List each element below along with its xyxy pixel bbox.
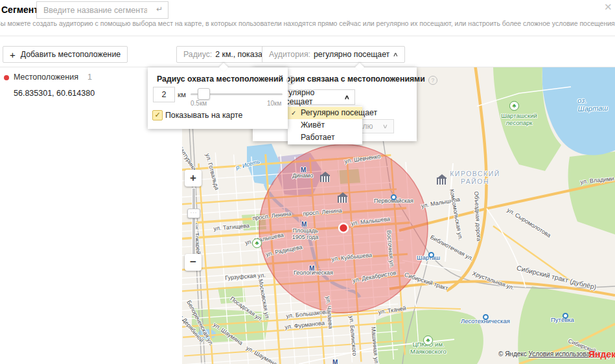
map-label: ул. Ткачей: [378, 305, 406, 315]
station-dot-icon: [428, 252, 434, 258]
audience-dropdown-button[interactable]: Аудитория: регулярно посещает ∧: [262, 46, 405, 63]
map-label: Посадская ул.: [229, 295, 264, 323]
menu-item-label: Работает: [301, 133, 335, 142]
landmark-icon: [338, 196, 347, 203]
popup-caret: [219, 63, 228, 72]
radius-slider-handle[interactable]: [198, 88, 210, 100]
menu-item[interactable]: ✓Регулярно посещает: [288, 107, 362, 119]
map-label: ул. Большакова: [286, 308, 329, 319]
map-label: ул. Шаумяна: [245, 345, 278, 364]
map-label: Объездная дорога: [473, 191, 482, 242]
audience-options-menu: ✓Регулярно посещаетЖивётРаботает: [288, 106, 362, 144]
map-label: Сибирский тракт (дублёр): [516, 264, 598, 291]
radius-unit-label: км: [178, 91, 186, 98]
yandex-logo: Яндекс: [588, 349, 615, 359]
map-label: ул. Радищева: [265, 244, 303, 258]
map-label: ул. Готвальда: [204, 153, 220, 190]
map-label: ул. Декабристов: [352, 269, 397, 284]
info-icon[interactable]: ?: [428, 76, 437, 85]
map-label: ул. Шевченко: [344, 153, 381, 165]
menu-item[interactable]: Живёт: [288, 119, 362, 131]
metro-icon: М: [301, 166, 306, 174]
metro-icon: М: [332, 359, 338, 364]
show-on-map-checkbox[interactable]: ✓: [152, 110, 163, 120]
map-label: Шарташский лесопарк: [501, 113, 537, 127]
map-label: ул. Белинского: [348, 315, 358, 356]
map-label: ул. Фурманова: [284, 320, 325, 331]
map-label: КИРОВСКИЙ РАЙОН: [450, 170, 500, 185]
zoom-slider-track[interactable]: [192, 188, 196, 255]
map-label: Машинная ул.: [370, 326, 380, 364]
map-label: Площадь 1905 года: [292, 227, 319, 241]
location-list-item[interactable]: 56.835301, 60.614380: [14, 89, 95, 98]
divider-top: [0, 36, 615, 36]
map-label: оз. Шарташ: [577, 95, 615, 113]
landmark-icon: [437, 177, 447, 185]
radius-value: 2 км., показан: [215, 50, 266, 59]
chevron-down-icon: ∨: [382, 123, 388, 130]
landmark-icon: [320, 175, 330, 182]
plus-icon: +: [10, 49, 16, 60]
locations-count-badge: 1: [87, 73, 92, 82]
slider-min-label: 0.5км: [191, 100, 207, 107]
station-dot-icon: [563, 313, 568, 319]
map-label: Хрустальная ул.: [471, 270, 515, 291]
description-text: Вы можете создать аудиторию с помощью вы…: [0, 19, 615, 27]
segment-name-field: ↵: [36, 1, 168, 19]
chevron-up-icon: ∧: [393, 51, 399, 58]
menu-item[interactable]: Работает: [288, 131, 362, 144]
park-tree-icon: ♣: [423, 336, 433, 345]
menu-item-label: Живёт: [301, 120, 325, 130]
radius-popup: Радиус охвата местоположений? км 0.5км 1…: [148, 67, 288, 129]
map-label: ул. Малышева: [244, 231, 284, 246]
audience-value: регулярно посещает: [314, 50, 389, 59]
menu-item-label: Регулярно посещает: [301, 108, 377, 117]
enter-icon: ↵: [156, 5, 163, 14]
map-label: Халтурина: [182, 144, 198, 172]
add-location-button[interactable]: + Добавить местоположение: [3, 46, 128, 63]
page-title: Сегмент: [1, 5, 38, 15]
park-tree-icon: ♣: [509, 101, 519, 111]
add-location-label: Добавить местоположение: [21, 50, 121, 59]
zoom-out-button[interactable]: −: [185, 254, 202, 271]
show-on-map-label: Показывать на карте: [165, 111, 242, 120]
map-label: р. Исеть: [235, 158, 261, 171]
close-icon[interactable]: ✕: [604, 2, 612, 12]
audience-segment-window: Сегмент ↵ ✕ Вы можете создать аудиторию …: [0, 0, 615, 364]
station-dot-icon: [391, 194, 397, 200]
map-label: ул. Татищева: [213, 222, 249, 232]
station-dot-icon: [483, 314, 489, 320]
zoom-slider-handle[interactable]: ···: [187, 209, 200, 218]
map-label: Сибирский тракт: [404, 271, 449, 291]
info-icon[interactable]: ?: [286, 76, 296, 85]
audience-label: Аудитория:: [269, 50, 310, 59]
zoom-in-button[interactable]: +: [185, 170, 202, 187]
park-tree-icon: ♣: [252, 238, 262, 248]
segment-name-input[interactable]: [42, 3, 148, 17]
map-label: ул. Владими: [580, 176, 614, 186]
map-label: ул. Куйбышева: [331, 251, 373, 262]
map-label: Восточная ул.: [386, 230, 395, 268]
check-icon: ✓: [291, 107, 296, 119]
locations-panel-title: Местоположения: [14, 73, 78, 82]
map-label: ул. Чапаева: [325, 296, 334, 329]
slider-max-label: 10км: [267, 100, 281, 107]
map-label: Путёвка: [551, 317, 574, 324]
popup-caret: [355, 63, 364, 72]
map-attribution: © Яндекс Условия использования: [498, 350, 601, 358]
radius-popup-title: Радиус охвата местоположений?: [157, 74, 296, 85]
metro-icon: М: [309, 265, 314, 272]
radius-value-input[interactable]: [153, 87, 175, 102]
radius-label: Радиус:: [183, 50, 212, 59]
map-label: ул. Сыромолотова: [506, 207, 552, 239]
location-bullet-icon: [4, 75, 9, 80]
map-label: ул. Шаумяна: [212, 321, 244, 347]
map-label: просп. Ленина: [303, 207, 342, 218]
chevron-up-icon: ∧: [344, 94, 350, 100]
map-label: ул. Малышева: [351, 216, 391, 227]
copyright-text: © Яндекс: [498, 350, 527, 358]
map-label: Комсомольская ул.: [448, 188, 464, 241]
metro-icon: М: [301, 221, 307, 228]
map-label: просп. Ленина: [252, 210, 292, 222]
